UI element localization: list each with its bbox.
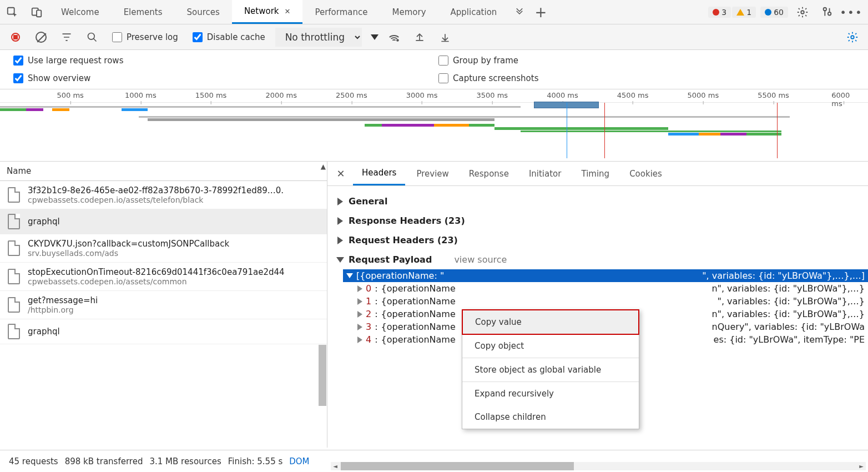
request-row[interactable]: graphql bbox=[0, 209, 327, 234]
tick-label: 1000 ms bbox=[125, 91, 157, 99]
ctx-expand-recursively[interactable]: Expand recursively bbox=[462, 382, 639, 405]
tick-label: 5500 ms bbox=[758, 91, 789, 99]
tab-sources[interactable]: Sources bbox=[175, 0, 232, 24]
section-request-payload[interactable]: Request Payloadview source bbox=[327, 250, 868, 269]
request-subtitle: /httpbin.org bbox=[28, 305, 98, 314]
error-badge[interactable]: 3 bbox=[708, 7, 731, 18]
kebab-icon[interactable]: ••• bbox=[841, 2, 861, 22]
record-button[interactable] bbox=[6, 27, 26, 47]
payload-item[interactable]: 1: {operationName", variables: {id: "yLB… bbox=[343, 295, 868, 308]
section-general[interactable]: General bbox=[327, 192, 868, 211]
request-name: get?message=hi bbox=[28, 295, 98, 305]
disable-cache-checkbox[interactable]: Disable cache bbox=[188, 32, 270, 42]
large-rows-checkbox[interactable]: Use large request rows bbox=[9, 56, 434, 66]
close-icon[interactable]: ✕ bbox=[285, 7, 291, 16]
tab-timing[interactable]: Timing bbox=[572, 162, 618, 185]
tab-initiator[interactable]: Initiator bbox=[520, 162, 571, 185]
request-name: graphql bbox=[28, 327, 60, 337]
ctx-copy-value[interactable]: Copy value bbox=[462, 309, 639, 335]
svg-point-8 bbox=[851, 36, 854, 39]
column-header-name[interactable]: Name bbox=[0, 162, 327, 181]
capture-screenshots-checkbox[interactable]: Capture screenshots bbox=[434, 73, 859, 83]
tab-response[interactable]: Response bbox=[460, 162, 518, 185]
tick-label: 500 ms bbox=[57, 91, 83, 99]
request-subtitle: cpwebassets.codepen.io/assets/telefon/bl… bbox=[28, 195, 284, 204]
request-row[interactable]: graphql bbox=[0, 319, 327, 344]
section-request-headers[interactable]: Request Headers (23) bbox=[327, 230, 868, 250]
search-icon[interactable] bbox=[82, 27, 102, 47]
request-row[interactable]: 3f32b1c9-8e26-465e-ae02-ff82a378b670-3-7… bbox=[0, 181, 327, 209]
load-marker bbox=[604, 103, 605, 158]
payload-item[interactable]: 0: {operationNamen", variables: {id: "yL… bbox=[343, 282, 868, 295]
request-subtitle: cpwebassets.codepen.io/assets/common bbox=[28, 277, 285, 286]
network-conditions-icon[interactable] bbox=[384, 27, 404, 47]
show-overview-checkbox[interactable]: Show overview bbox=[9, 73, 434, 83]
tab-network[interactable]: Network✕ bbox=[232, 0, 303, 24]
tick-label: 2000 ms bbox=[265, 91, 297, 99]
throttling-select[interactable]: No throttling bbox=[275, 28, 362, 47]
section-response-headers[interactable]: Response Headers (23) bbox=[327, 211, 868, 230]
context-menu: Copy value Copy object Store object as g… bbox=[462, 309, 639, 429]
request-name: stopExecutionOnTimeout-8216c69d01441f36c… bbox=[28, 267, 285, 277]
tick-label: 4500 ms bbox=[617, 91, 649, 99]
tick-label: 3000 ms bbox=[406, 91, 438, 99]
tick-label: 2500 ms bbox=[336, 91, 367, 99]
scrollbar-thumb[interactable] bbox=[319, 345, 326, 406]
device-toggle-icon[interactable] bbox=[24, 6, 49, 18]
request-subtitle: srv.buysellads.com/ads bbox=[28, 249, 229, 258]
network-options: Use large request rows Show overview Gro… bbox=[0, 50, 868, 89]
inspect-icon[interactable] bbox=[0, 6, 24, 18]
tab-welcome[interactable]: Welcome bbox=[49, 0, 112, 24]
svg-point-4 bbox=[824, 7, 827, 11]
tick-label: 4000 ms bbox=[547, 91, 578, 99]
tick-label: 3500 ms bbox=[476, 91, 508, 99]
filter-icon[interactable] bbox=[57, 27, 77, 47]
more-tabs-icon[interactable] bbox=[509, 7, 530, 17]
dom-marker bbox=[567, 103, 567, 158]
warning-badge[interactable]: 1 bbox=[732, 7, 756, 18]
preserve-log-checkbox[interactable]: Preserve log bbox=[108, 32, 183, 42]
panel-settings-icon[interactable] bbox=[842, 27, 862, 47]
group-by-frame-checkbox[interactable]: Group by frame bbox=[434, 56, 859, 66]
svg-point-6 bbox=[88, 33, 95, 39]
request-list-panel: Name 3f32b1c9-8e26-465e-ae02-ff82a378b67… bbox=[0, 162, 327, 448]
new-tab-icon[interactable]: + bbox=[530, 4, 551, 21]
view-source-link[interactable]: view source bbox=[454, 254, 507, 265]
devtools-tabbar: Welcome Elements Sources Network✕ Perfor… bbox=[0, 0, 868, 24]
payload-root[interactable]: [{operationName: "", variables: {id: "yL… bbox=[343, 269, 868, 282]
file-icon bbox=[8, 214, 20, 229]
tab-cookies[interactable]: Cookies bbox=[620, 162, 671, 185]
ctx-store-global[interactable]: Store object as global variable bbox=[462, 358, 639, 381]
request-name: graphql bbox=[28, 217, 60, 227]
gear-icon[interactable] bbox=[793, 2, 813, 22]
tab-memory[interactable]: Memory bbox=[380, 0, 438, 24]
svg-point-7 bbox=[396, 39, 399, 42]
network-toolbar: Preserve log Disable cache No throttling bbox=[0, 24, 868, 50]
ctx-copy-object[interactable]: Copy object bbox=[462, 334, 639, 358]
file-icon bbox=[8, 269, 20, 284]
download-icon[interactable] bbox=[435, 27, 455, 47]
load-marker-2 bbox=[777, 103, 778, 158]
request-name: CKYDVK7U.json?callback=customJSONPCallba… bbox=[28, 239, 229, 249]
activity-icon[interactable] bbox=[817, 2, 837, 22]
tab-performance[interactable]: Performance bbox=[302, 0, 380, 24]
request-row[interactable]: stopExecutionOnTimeout-8216c69d01441f36c… bbox=[0, 263, 327, 291]
tick-label: 5000 ms bbox=[688, 91, 719, 99]
tab-preview[interactable]: Preview bbox=[407, 162, 457, 185]
request-row[interactable]: get?message=hi/httpbin.org bbox=[0, 291, 327, 319]
chevron-down-icon[interactable] bbox=[371, 34, 379, 40]
upload-icon[interactable] bbox=[410, 27, 430, 47]
file-icon bbox=[8, 187, 20, 203]
tab-headers[interactable]: Headers bbox=[353, 162, 405, 185]
tab-elements[interactable]: Elements bbox=[112, 0, 175, 24]
tab-application[interactable]: Application bbox=[438, 0, 509, 24]
file-icon bbox=[8, 297, 20, 313]
ctx-collapse-children[interactable]: Collapse children bbox=[462, 405, 639, 429]
info-badge[interactable]: 60 bbox=[760, 7, 788, 18]
tick-label: 1500 ms bbox=[195, 91, 227, 99]
request-row[interactable]: CKYDVK7U.json?callback=customJSONPCallba… bbox=[0, 234, 327, 263]
overview-timeline[interactable]: 500 ms1000 ms1500 ms2000 ms2500 ms3000 m… bbox=[0, 89, 868, 162]
clear-button[interactable] bbox=[31, 27, 51, 47]
close-detail-button[interactable]: ✕ bbox=[331, 168, 351, 179]
scroll-up-icon[interactable]: ▲ bbox=[321, 163, 326, 170]
